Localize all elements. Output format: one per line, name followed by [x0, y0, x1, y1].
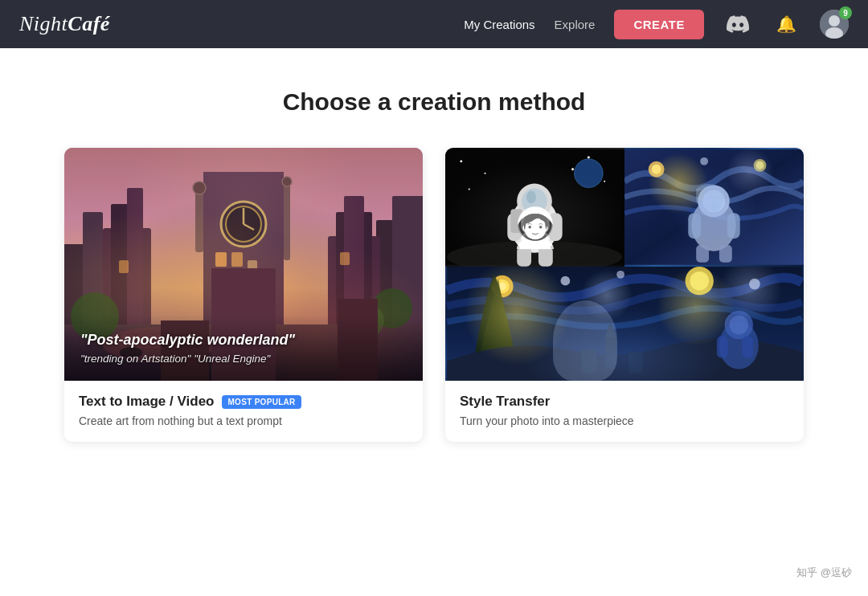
- svg-point-75: [561, 276, 571, 285]
- text-to-image-desc: Create art from nothing but a text promp…: [79, 414, 408, 427]
- astronaut-photo: [445, 148, 624, 267]
- svg-point-11: [226, 206, 261, 242]
- svg-marker-79: [604, 321, 616, 337]
- svg-rect-46: [538, 247, 553, 267]
- tti-subquote: "trending on Artstation" "Unreal Engine": [80, 353, 407, 365]
- svg-point-76: [616, 271, 624, 279]
- text-to-image-image: "Post-apocalyptic wonderland" "trending …: [64, 148, 423, 381]
- svg-point-17: [282, 177, 292, 186]
- svg-rect-43: [507, 213, 522, 241]
- nav-right: My Creations Explore CREATE 🔔 9: [464, 10, 849, 39]
- avatar-container[interactable]: 9: [820, 10, 849, 39]
- explore-link[interactable]: Explore: [555, 18, 596, 31]
- text-to-image-info: Text to Image / Video MOST POPULAR Creat…: [64, 381, 423, 442]
- svg-rect-69: [447, 267, 802, 381]
- svg-point-51: [604, 181, 605, 182]
- svg-point-70: [491, 275, 513, 296]
- my-creations-link[interactable]: My Creations: [464, 18, 534, 31]
- most-popular-badge: MOST POPULAR: [222, 395, 301, 409]
- svg-point-59: [754, 159, 767, 172]
- svg-point-48: [460, 160, 462, 162]
- svg-point-50: [588, 156, 590, 158]
- svg-point-77: [749, 278, 760, 289]
- tti-quote: "Post-apocalyptic wonderland": [80, 331, 407, 349]
- svg-point-42: [526, 191, 536, 204]
- svg-point-52: [469, 189, 470, 190]
- svg-point-39: [510, 197, 558, 252]
- astronaut-svg: [445, 148, 624, 267]
- notification-badge: 9: [839, 6, 852, 19]
- svg-point-1: [829, 15, 840, 27]
- svg-rect-65: [688, 213, 701, 239]
- card-title-row: Text to Image / Video MOST POPULAR: [79, 394, 408, 410]
- svg-rect-85: [717, 336, 728, 357]
- create-button[interactable]: CREATE: [614, 10, 704, 39]
- notifications-button[interactable]: 🔔: [772, 10, 800, 39]
- svg-rect-36: [340, 252, 350, 265]
- st-title-row: Style Transfer: [460, 394, 789, 410]
- svg-point-58: [652, 165, 661, 174]
- svg-point-61: [700, 157, 708, 165]
- svg-rect-14: [195, 188, 203, 252]
- starry-night-photo: [445, 267, 804, 381]
- style-transfer-title: Style Transfer: [460, 394, 550, 410]
- svg-point-60: [756, 161, 764, 169]
- svg-point-57: [649, 161, 665, 178]
- svg-rect-45: [517, 247, 531, 267]
- tti-overlay: "Post-apocalyptic wonderland" "trending …: [64, 315, 423, 381]
- text-to-image-title: Text to Image / Video: [79, 394, 214, 410]
- style-transfer-image: [445, 148, 804, 381]
- svg-point-82: [719, 321, 759, 369]
- page-title: Choose a creation method: [64, 88, 804, 116]
- starry-night-svg: [445, 267, 804, 381]
- svg-line-13: [244, 224, 254, 230]
- main-content: Choose a creation method: [0, 48, 868, 596]
- svg-rect-56: [624, 149, 804, 265]
- starry-astronaut-svg: [624, 148, 804, 267]
- svg-rect-15: [284, 180, 290, 260]
- svg-point-10: [221, 202, 266, 247]
- header: NightCafé My Creations Explore CREATE 🔔: [0, 0, 868, 48]
- style-transfer-card[interactable]: Style Transfer Turn your photo into a ma…: [445, 148, 804, 442]
- text-to-image-card[interactable]: "Post-apocalyptic wonderland" "trending …: [64, 148, 423, 442]
- svg-rect-78: [604, 337, 616, 369]
- logo[interactable]: NightCafé: [19, 12, 110, 36]
- bell-icon: 🔔: [776, 14, 796, 34]
- svg-rect-32: [215, 252, 227, 267]
- svg-rect-44: [548, 213, 563, 241]
- svg-point-84: [730, 316, 749, 335]
- svg-point-62: [691, 198, 736, 251]
- svg-point-64: [702, 190, 725, 213]
- svg-rect-68: [719, 245, 732, 263]
- svg-rect-35: [119, 260, 129, 273]
- svg-point-53: [571, 168, 574, 170]
- svg-rect-86: [742, 336, 753, 357]
- svg-point-72: [498, 282, 506, 290]
- svg-rect-81: [628, 352, 643, 373]
- discord-icon: [727, 13, 749, 35]
- cards-grid: "Post-apocalyptic wonderland" "trending …: [64, 148, 804, 442]
- svg-point-49: [485, 173, 486, 174]
- svg-rect-47: [510, 209, 522, 233]
- svg-rect-34: [248, 260, 257, 272]
- svg-point-71: [495, 279, 510, 293]
- style-transfer-info: Style Transfer Turn your photo into a ma…: [445, 381, 804, 442]
- svg-point-73: [686, 267, 714, 295]
- starry-astronaut-photo: [624, 148, 804, 267]
- svg-point-16: [193, 182, 206, 194]
- discord-button[interactable]: [723, 10, 752, 39]
- svg-rect-66: [727, 213, 740, 239]
- st-image-grid: [445, 148, 804, 381]
- svg-point-74: [690, 271, 709, 291]
- style-transfer-desc: Turn your photo into a masterpiece: [460, 414, 789, 427]
- svg-rect-80: [581, 349, 597, 373]
- svg-point-63: [698, 186, 730, 218]
- svg-rect-67: [696, 245, 709, 263]
- svg-point-83: [725, 311, 753, 339]
- svg-rect-33: [231, 252, 243, 267]
